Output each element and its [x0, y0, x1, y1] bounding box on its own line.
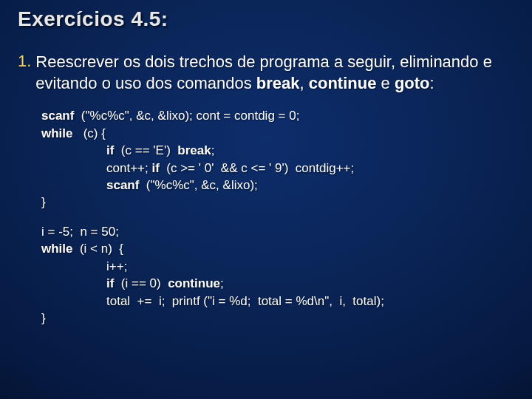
code-text: ("%c%c", &c, &lixo); cont = contdig = 0; — [74, 109, 299, 123]
code-text: (i < n) { — [73, 242, 124, 256]
code-text: (c == 'E') — [114, 143, 177, 157]
body-end: : — [430, 74, 434, 92]
code-line: scanf ("%c%c", &c, &lixo); — [41, 177, 514, 194]
kw-break: break — [256, 74, 300, 92]
code-line: if (i == 0) continue; — [41, 275, 514, 292]
code-text: ; — [211, 143, 215, 157]
kw-break-code: break — [177, 143, 211, 157]
code-block-2: i = -5; n = 50; while (i < n) { i++; if … — [41, 223, 514, 327]
kw-goto: goto — [395, 74, 430, 92]
item-body: Reescrever os dois trechos de programa a… — [35, 52, 514, 94]
exercise-item: 1. Reescrever os dois trechos de program… — [18, 52, 514, 94]
code-line: } — [41, 310, 514, 327]
kw-if: if — [106, 276, 114, 290]
code-text: (c >= ' 0' && c <= ' 9') contdig++; — [160, 161, 354, 175]
item-number: 1. — [18, 52, 31, 71]
code-line: i = -5; n = 50; — [41, 223, 514, 240]
kw-while: while — [41, 126, 73, 140]
kw-scanf: scanf — [106, 178, 139, 192]
code-line: while (c) { — [41, 125, 514, 142]
code-line: scanf ("%c%c", &c, &lixo); cont = contdi… — [41, 107, 514, 124]
kw-continue-code: continue — [168, 276, 220, 290]
code-text: ("%c%c", &c, &lixo); — [139, 178, 257, 192]
code-block-1: scanf ("%c%c", &c, &lixo); cont = contdi… — [41, 107, 514, 211]
kw-while: while — [41, 242, 73, 256]
code-line: while (i < n) { — [41, 240, 514, 257]
code-line: cont++; if (c >= ' 0' && c <= ' 9') cont… — [41, 160, 514, 177]
code-line: i++; — [41, 258, 514, 275]
code-text: (c) { — [73, 126, 106, 140]
code-text: ; — [220, 276, 224, 290]
code-text: cont++; — [106, 161, 151, 175]
page-title: Exercícios 4.5: — [18, 7, 514, 31]
kw-continue: continue — [309, 74, 377, 92]
kw-scanf: scanf — [41, 109, 74, 123]
code-text: (i == 0) — [114, 276, 168, 290]
sep2: e — [376, 74, 394, 92]
kw-if: if — [106, 143, 114, 157]
kw-if: if — [151, 161, 159, 175]
slide: Exercícios 4.5: 1. Reescrever os dois tr… — [0, 0, 532, 399]
code-line: } — [41, 194, 514, 211]
code-line: if (c == 'E') break; — [41, 142, 514, 159]
sep1: , — [300, 74, 309, 92]
code-line: total += i; printf ("i = %d; total = %d\… — [41, 293, 514, 310]
